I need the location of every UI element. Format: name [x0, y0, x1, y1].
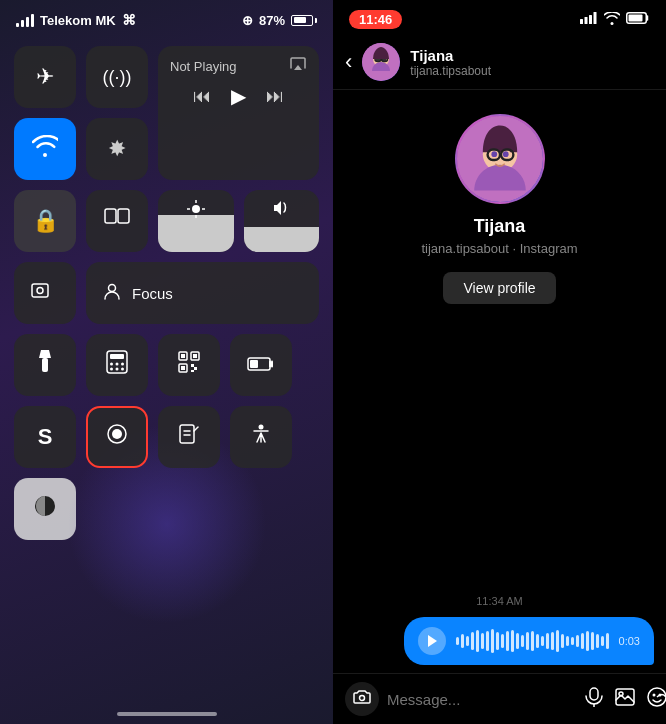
rotation-lock-icon: 🔒	[32, 208, 59, 234]
message-input[interactable]	[387, 691, 577, 708]
mic-button[interactable]	[585, 687, 603, 712]
accessibility-icon	[250, 423, 272, 451]
brightness-slider[interactable]	[158, 190, 234, 252]
gallery-button[interactable]	[615, 688, 635, 711]
camera-button[interactable]	[345, 682, 379, 716]
flashlight-button[interactable]	[14, 334, 76, 396]
svg-rect-23	[193, 354, 197, 358]
focus-button[interactable]	[14, 262, 76, 324]
media-card: Not Playing ⏮ ▶ ⏭	[158, 46, 319, 180]
dark-mode-button[interactable]	[14, 478, 76, 540]
svg-point-14	[116, 363, 119, 366]
svg-rect-29	[180, 425, 194, 443]
qr-scan-icon	[178, 351, 200, 379]
svg-point-9	[109, 285, 116, 292]
not-playing-label: Not Playing	[170, 59, 236, 74]
toggle-row-1: ✈ ((·))	[14, 46, 148, 108]
profile-section: Tijana tijana.tipsabout · Instagram View…	[333, 90, 666, 398]
svg-rect-39	[629, 15, 643, 22]
svg-rect-36	[589, 15, 592, 24]
svg-rect-55	[590, 688, 598, 700]
play-pause-button[interactable]: ▶	[231, 84, 246, 108]
battery-status-icon	[247, 352, 275, 378]
voice-message-bubble: 0:03	[404, 617, 654, 665]
accessibility-button[interactable]	[230, 406, 292, 468]
focus-label-button[interactable]: Focus	[86, 262, 319, 324]
input-icons	[585, 687, 666, 712]
screen-mirror-button[interactable]	[86, 190, 148, 252]
profile-handle: tijana.tipsabout · Instagram	[421, 241, 577, 256]
screen-record-button[interactable]	[86, 406, 148, 468]
sticker-button[interactable]	[647, 687, 666, 712]
brightness-icon	[187, 200, 205, 222]
shazam-button[interactable]: S	[14, 406, 76, 468]
quick-note-button[interactable]	[158, 406, 220, 468]
svg-rect-12	[110, 354, 124, 359]
svg-point-18	[121, 368, 124, 371]
svg-rect-0	[105, 209, 116, 223]
battery-icon-right	[626, 12, 650, 27]
input-bar	[333, 673, 666, 724]
svg-rect-34	[580, 19, 583, 24]
qr-scan-button[interactable]	[158, 334, 220, 396]
next-track-button[interactable]: ⏭	[266, 86, 284, 107]
battery-icon	[291, 15, 317, 26]
bluetooth-toggle-button[interactable]: ✸	[86, 118, 148, 180]
voice-play-button[interactable]	[418, 627, 446, 655]
svg-point-16	[110, 368, 113, 371]
airplay-icon[interactable]	[289, 56, 307, 76]
svg-point-2	[192, 205, 200, 213]
waveform	[456, 627, 609, 655]
media-controls: ⏮ ▶ ⏭	[170, 84, 307, 108]
screen-rotation-button[interactable]: 🔒	[14, 190, 76, 252]
signal-icon	[580, 12, 598, 27]
svg-point-61	[659, 693, 662, 696]
time-display: 11:46	[349, 10, 402, 29]
back-button[interactable]: ‹	[345, 49, 352, 75]
header-handle: tijana.tipsabout	[410, 64, 491, 78]
status-bar-left: Telekom MK ⌘ ⊕ 87%	[0, 0, 333, 36]
cellular-button[interactable]: ((·))	[86, 46, 148, 108]
profile-name: Tijana	[474, 216, 526, 237]
carrier-label: Telekom MK	[40, 13, 116, 28]
svg-rect-35	[585, 17, 588, 24]
camera-icon	[353, 690, 371, 708]
control-center-grid: ✈ ((·))	[0, 36, 333, 550]
cc-row-5: S	[14, 406, 319, 468]
dark-mode-icon	[33, 494, 57, 524]
svg-rect-37	[594, 12, 597, 24]
airplane-mode-button[interactable]: ✈	[14, 46, 76, 108]
volume-slider[interactable]	[244, 190, 320, 252]
status-icons-right	[580, 12, 650, 28]
left-panel: Telekom MK ⌘ ⊕ 87% ✈	[0, 0, 333, 724]
home-indicator	[117, 712, 217, 716]
svg-point-17	[116, 368, 119, 371]
svg-point-52	[491, 151, 497, 157]
cc-row-6	[14, 478, 319, 540]
svg-rect-22	[181, 354, 185, 358]
view-profile-button[interactable]: View profile	[443, 272, 555, 304]
screen-record-icon	[106, 423, 128, 451]
right-panel: 11:46	[333, 0, 666, 724]
chat-messages: 11:34 AM 0:03	[333, 398, 666, 674]
svg-rect-26	[250, 360, 258, 368]
focus-label-text: Focus	[132, 285, 173, 302]
toggle-group: ✈ ((·))	[14, 46, 148, 180]
signal-bars-icon	[16, 13, 34, 27]
calculator-button[interactable]	[86, 334, 148, 396]
screen-mirror-icon	[104, 208, 130, 234]
cc-row-4	[14, 334, 319, 396]
battery-status-button[interactable]	[230, 334, 292, 396]
volume-icon	[272, 200, 290, 220]
media-card-header: Not Playing	[170, 56, 307, 76]
svg-rect-24	[181, 366, 185, 370]
chat-header: ‹ Tijana tijana.tipsabout	[333, 35, 666, 90]
header-username: Tijana	[410, 47, 491, 64]
prev-track-button[interactable]: ⏮	[193, 86, 211, 107]
wifi-toggle-button[interactable]	[14, 118, 76, 180]
header-avatar	[362, 43, 400, 81]
svg-point-32	[259, 425, 264, 430]
svg-rect-10	[42, 358, 48, 372]
header-user-info: Tijana tijana.tipsabout	[410, 47, 491, 78]
battery-percent-label: 87%	[259, 13, 285, 28]
